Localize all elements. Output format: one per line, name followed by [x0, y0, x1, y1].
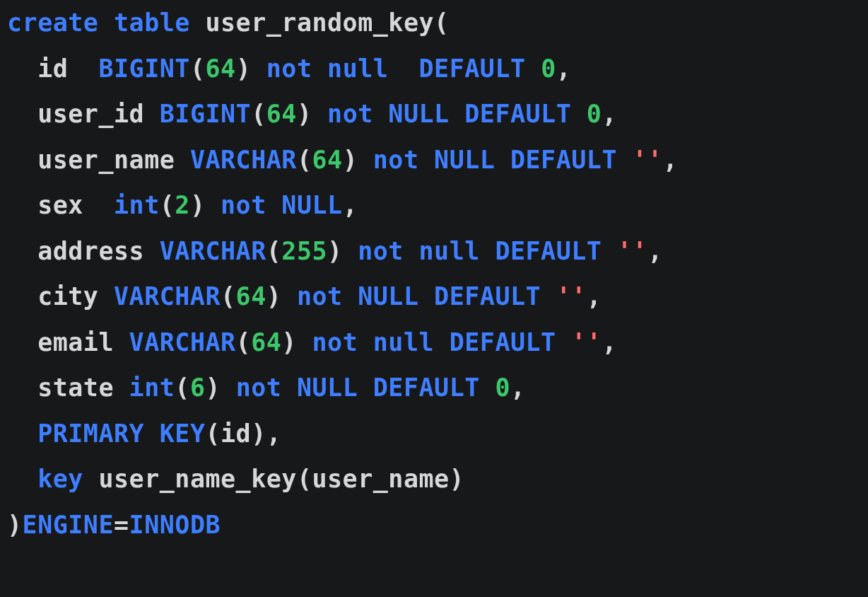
code-line: id BIGINT(64) not null DEFAULT 0, — [7, 54, 571, 83]
token — [602, 237, 617, 265]
indent — [7, 191, 37, 219]
token: user_random_key( — [190, 8, 450, 37]
indent — [7, 373, 37, 402]
token — [419, 282, 435, 311]
code-line: email VARCHAR(64) not null DEFAULT '', — [7, 328, 617, 357]
keyword: null — [419, 237, 480, 265]
token: ( — [251, 100, 266, 128]
token: , — [510, 373, 526, 402]
keyword: int — [114, 191, 160, 219]
string: '' — [617, 237, 647, 265]
token: ) — [327, 237, 358, 265]
token: address — [37, 237, 160, 265]
token: , — [343, 191, 358, 219]
token: ) — [343, 146, 373, 174]
token: , — [663, 146, 679, 174]
token — [144, 419, 160, 448]
indent — [7, 54, 37, 83]
keyword: KEY — [160, 419, 206, 448]
token: , — [647, 237, 663, 265]
token — [343, 282, 358, 311]
token — [404, 237, 419, 265]
token: ) — [281, 328, 312, 357]
token: ) — [7, 511, 23, 539]
token: ( — [266, 237, 282, 265]
token — [434, 328, 450, 357]
token — [358, 373, 373, 402]
string: '' — [556, 282, 587, 311]
token: id — [37, 54, 98, 83]
keyword: not — [373, 146, 419, 174]
indent — [7, 465, 37, 493]
number: 64 — [251, 328, 281, 357]
code-line: user_name VARCHAR(64) not NULL DEFAULT '… — [7, 146, 678, 174]
keyword: not — [236, 373, 282, 402]
keyword: BIGINT — [98, 54, 189, 83]
token: ( — [236, 328, 252, 357]
keyword: NULL — [388, 100, 449, 128]
code-line: state int(6) not NULL DEFAULT 0, — [7, 373, 526, 402]
string: '' — [571, 328, 602, 357]
keyword: VARCHAR — [190, 146, 297, 174]
token: ) — [297, 100, 327, 128]
code-line: key user_name_key(user_name) — [7, 465, 464, 493]
indent — [7, 282, 37, 311]
token — [266, 191, 282, 219]
token — [312, 54, 328, 83]
keyword: null — [373, 328, 434, 357]
token — [358, 328, 373, 357]
keyword: null — [327, 54, 388, 83]
keyword: VARCHAR — [114, 282, 221, 311]
number: 255 — [281, 237, 327, 265]
string: '' — [633, 146, 663, 174]
code-line: address VARCHAR(255) not null DEFAULT ''… — [7, 237, 663, 265]
token: ) — [205, 373, 235, 402]
token: user_id — [37, 100, 160, 128]
token — [281, 373, 297, 402]
keyword: DEFAULT — [464, 100, 571, 128]
token: = — [114, 511, 129, 539]
keyword: DEFAULT — [373, 373, 480, 402]
token — [480, 237, 495, 265]
number: 64 — [236, 282, 266, 311]
indent — [7, 237, 37, 265]
keyword: key — [37, 465, 83, 493]
keyword: NULL — [297, 373, 358, 402]
number: 64 — [312, 146, 342, 174]
keyword: DEFAULT — [434, 282, 541, 311]
code-line: PRIMARY KEY(id), — [7, 419, 281, 448]
keyword: DEFAULT — [495, 237, 602, 265]
keyword: create — [7, 8, 98, 37]
code-line: user_id BIGINT(64) not NULL DEFAULT 0, — [7, 100, 617, 128]
token: user_name_key(user_name) — [83, 465, 464, 493]
token: user_name — [37, 146, 190, 174]
number: 0 — [541, 54, 556, 83]
token: ( — [160, 191, 175, 219]
token — [571, 100, 587, 128]
keyword: DEFAULT — [510, 146, 617, 174]
token — [480, 373, 495, 402]
keyword: NULL — [434, 146, 495, 174]
code-line: city VARCHAR(64) not NULL DEFAULT '', — [7, 282, 602, 311]
token: ) — [266, 282, 297, 311]
token — [495, 146, 510, 174]
code-line: sex int(2) not NULL, — [7, 191, 358, 219]
keyword: NULL — [281, 191, 342, 219]
indent — [7, 146, 37, 174]
indent — [7, 100, 37, 128]
token — [450, 100, 465, 128]
number: 64 — [266, 100, 297, 128]
keyword: DEFAULT — [419, 54, 526, 83]
sql-code: create table user_random_key( id BIGINT(… — [7, 8, 678, 539]
token: state — [37, 373, 129, 402]
indent — [7, 328, 37, 357]
keyword: ENGINE — [23, 511, 114, 539]
token: ( — [297, 146, 312, 174]
number: 2 — [175, 191, 190, 219]
token: ( — [175, 373, 190, 402]
token: , — [602, 100, 617, 128]
keyword: not — [327, 100, 373, 128]
token: email — [37, 328, 129, 357]
token: , — [556, 54, 572, 83]
number: 0 — [495, 373, 510, 402]
